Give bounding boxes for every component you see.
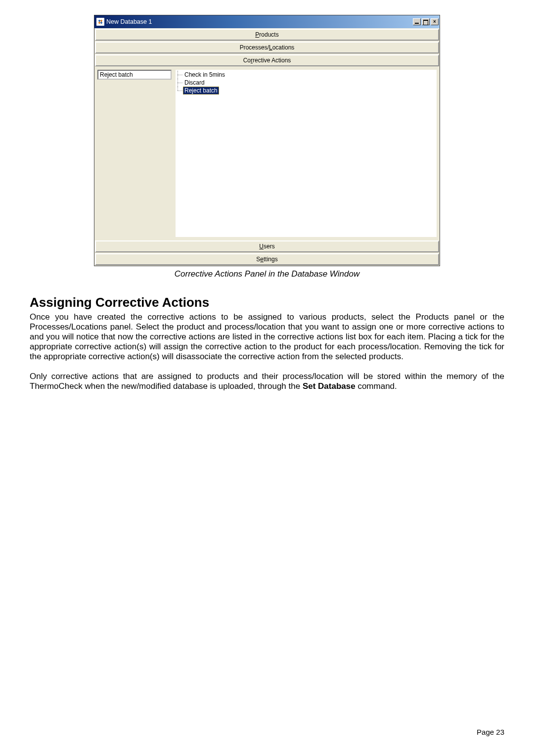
action-name-input[interactable] bbox=[97, 70, 172, 80]
actions-tree: Check in 5mins Discard Reject batch bbox=[176, 70, 437, 237]
corrective-panel-button[interactable]: Corrective Actions bbox=[95, 54, 439, 66]
products-label: Products bbox=[255, 31, 278, 38]
corrective-panel-content: Check in 5mins Discard Reject batch bbox=[94, 67, 440, 240]
settings-panel-button[interactable]: Settings bbox=[95, 253, 439, 265]
page-number: Page 23 bbox=[477, 728, 504, 736]
products-panel-button[interactable]: Products bbox=[95, 29, 439, 41]
tree-item[interactable]: Discard bbox=[178, 79, 435, 87]
tree-item-label: Check in 5mins bbox=[183, 71, 226, 78]
processes-label: Processes/Locations bbox=[240, 44, 295, 51]
tree-item-label: Reject batch bbox=[183, 87, 219, 94]
maximize-button[interactable] bbox=[422, 18, 430, 25]
section-heading: Assigning Corrective Actions bbox=[30, 295, 504, 310]
settings-label: Settings bbox=[256, 256, 277, 263]
app-icon bbox=[96, 18, 104, 26]
window-title: New Database 1 bbox=[106, 18, 412, 25]
window-controls: × bbox=[412, 18, 439, 25]
accordion: Products Processes/Locations Corrective … bbox=[94, 28, 440, 266]
titlebar[interactable]: New Database 1 × bbox=[94, 15, 440, 28]
users-panel-button[interactable]: Users bbox=[95, 240, 439, 252]
users-label: Users bbox=[259, 243, 274, 250]
paragraph-2: Only corrective actions that are assigne… bbox=[30, 372, 504, 391]
figure-caption: Corrective Actions Panel in the Database… bbox=[30, 269, 504, 279]
database-window: New Database 1 × Products Processes/Loca… bbox=[94, 15, 440, 266]
corrective-label: Corrective Actions bbox=[243, 57, 291, 64]
paragraph-1: Once you have created the corrective act… bbox=[30, 312, 504, 362]
tree-item[interactable]: Check in 5mins bbox=[178, 71, 435, 79]
processes-panel-button[interactable]: Processes/Locations bbox=[95, 42, 439, 53]
tree-item[interactable]: Reject batch bbox=[178, 87, 435, 94]
minimize-button[interactable] bbox=[413, 18, 421, 25]
close-button[interactable]: × bbox=[431, 18, 439, 25]
tree-item-label: Discard bbox=[183, 79, 206, 86]
